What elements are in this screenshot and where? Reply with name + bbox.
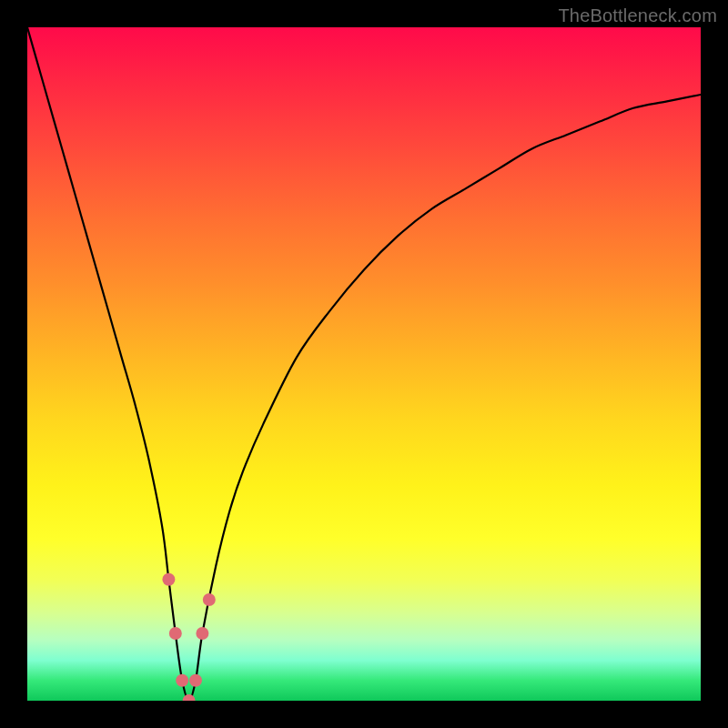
- plot-area: [27, 27, 701, 701]
- watermark-text: TheBottleneck.com: [558, 5, 717, 26]
- marker-dot: [203, 593, 216, 606]
- marker-dot: [162, 573, 175, 586]
- marker-dot: [196, 627, 208, 640]
- bottleneck-curve: [27, 27, 701, 701]
- marker-dot: [183, 694, 196, 701]
- marker-dot: [176, 674, 188, 687]
- chart-stage: TheBottleneck.com: [0, 0, 728, 728]
- marker-dot: [189, 674, 202, 687]
- curve-layer: [27, 27, 701, 701]
- marker-dot: [169, 627, 182, 640]
